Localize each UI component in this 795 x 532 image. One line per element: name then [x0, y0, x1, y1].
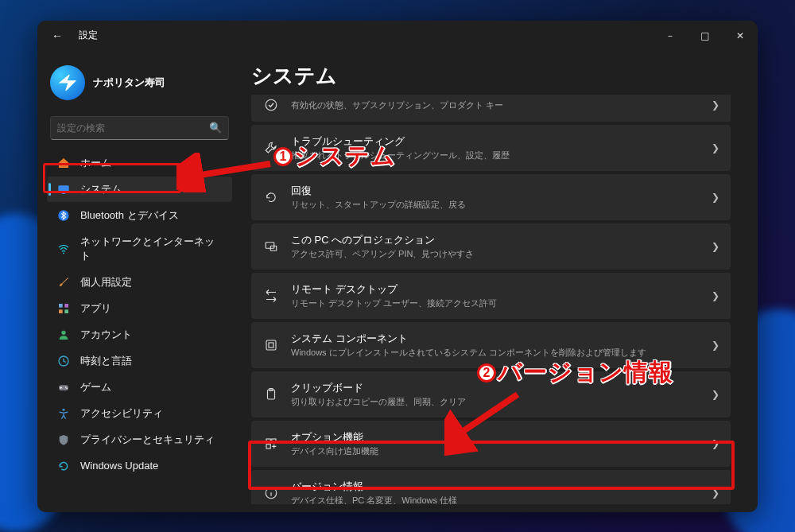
annotation-label-2: バージョン情報	[498, 356, 673, 389]
sidebar-item-privacy[interactable]: プライバシーとセキュリティ	[47, 427, 232, 452]
window-controls: – □ ✕	[653, 23, 758, 49]
svg-point-8	[61, 330, 65, 334]
home-icon	[56, 156, 71, 170]
card-sub: 有効化の状態、サブスクリプション、プロダクト キー	[291, 99, 700, 111]
update-icon	[56, 459, 71, 473]
settings-window: ← 設定 – □ ✕ ナポリタン寿司 🔍 ホーム	[37, 21, 758, 512]
annotation-text-2: 2 バージョン情報	[477, 356, 673, 389]
sidebar-item-accessibility[interactable]: アクセシビリティ	[47, 401, 232, 426]
card-title: 回復	[291, 184, 700, 198]
sidebar-item-personalization[interactable]: 個人用設定	[47, 270, 232, 295]
svg-point-3	[63, 252, 64, 254]
card-about[interactable]: バージョン情報 デバイス仕様、PC 名変更、Windows 仕様 ❯	[251, 470, 731, 504]
chevron-right-icon: ❯	[712, 438, 719, 449]
activation-icon	[262, 98, 280, 112]
chevron-right-icon: ❯	[712, 192, 719, 203]
profile-name: ナポリタン寿司	[93, 76, 165, 90]
chevron-right-icon: ❯	[712, 487, 719, 499]
card-sub: リセット、スタートアップの詳細設定、戻る	[291, 199, 700, 211]
system-icon	[56, 182, 71, 196]
shield-icon	[56, 433, 71, 447]
sidebar-item-network[interactable]: ネットワークとインターネット	[47, 229, 232, 269]
svg-point-13	[62, 408, 64, 410]
svg-rect-5	[64, 304, 68, 308]
annotation-number-1: 1	[273, 147, 293, 166]
svg-rect-21	[266, 439, 270, 443]
projection-icon	[262, 239, 280, 254]
sidebar-item-time[interactable]: 時刻と言語	[47, 348, 232, 374]
sidebar-item-system[interactable]: システム	[47, 177, 232, 202]
svg-rect-17	[266, 340, 276, 350]
card-projection[interactable]: この PC へのプロジェクション アクセス許可、ペアリング PIN、見つけやすさ…	[251, 223, 731, 270]
card-title: バージョン情報	[291, 480, 700, 494]
svg-rect-0	[58, 185, 68, 192]
card-remote[interactable]: リモート デスクトップ リモート デスクトップ ユーザー、接続アクセス許可 ❯	[251, 273, 731, 319]
info-icon	[262, 486, 280, 500]
card-title: オプション機能	[291, 430, 700, 445]
sidebar-item-label: アクセシビリティ	[80, 406, 163, 421]
search-box[interactable]: 🔍	[50, 116, 229, 140]
sidebar-item-label: ゲーム	[80, 380, 111, 394]
page-title: システム	[251, 62, 737, 90]
card-title: この PC へのプロジェクション	[291, 233, 700, 247]
card-activation[interactable]: ライセンス認証 有効化の状態、サブスクリプション、プロダクト キー ❯	[251, 95, 731, 122]
svg-rect-6	[59, 309, 63, 313]
svg-rect-1	[62, 192, 65, 193]
card-optional[interactable]: オプション機能 デバイス向け追加機能 ❯	[251, 421, 731, 467]
sidebar-item-bluetooth[interactable]: Bluetooth とデバイス	[47, 203, 232, 228]
chevron-right-icon: ❯	[712, 340, 719, 351]
maximize-button[interactable]: □	[688, 23, 723, 49]
annotation-number-2: 2	[477, 363, 496, 382]
card-sub: 切り取りおよびコピーの履歴、同期、クリア	[291, 396, 700, 408]
sidebar-item-label: ネットワークとインターネット	[80, 235, 224, 263]
card-recovery[interactable]: 回復 リセット、スタートアップの詳細設定、戻る ❯	[251, 174, 731, 220]
card-sub: デバイス仕様、PC 名変更、Windows 仕様	[291, 495, 700, 504]
svg-rect-18	[269, 343, 273, 348]
sidebar-item-update[interactable]: Windows Update	[47, 453, 232, 479]
account-icon	[56, 328, 71, 342]
chevron-right-icon: ❯	[712, 99, 719, 111]
svg-point-11	[65, 386, 67, 388]
card-title: システム コンポーネント	[291, 332, 700, 346]
card-title: リモート デスクトップ	[291, 282, 700, 297]
bluetooth-icon	[56, 208, 71, 223]
sidebar-item-label: 時刻と言語	[80, 354, 132, 368]
close-button[interactable]: ✕	[723, 23, 758, 49]
clipboard-icon	[262, 387, 280, 402]
annotation-label-1: システム	[294, 140, 396, 173]
search-icon: 🔍	[209, 122, 222, 134]
svg-rect-4	[59, 304, 63, 308]
svg-point-14	[266, 99, 277, 111]
sidebar: ナポリタン寿司 🔍 ホーム システム Bluetooth とデバイス	[37, 51, 240, 512]
content: システム ライセンス認証 有効化の状態、サブスクリプション、プロダクト キー ❯…	[240, 51, 758, 512]
profile[interactable]: ナポリタン寿司	[42, 59, 237, 111]
nav: ホーム システム Bluetooth とデバイス ネットワークとインターネット …	[42, 150, 237, 480]
optional-icon	[262, 437, 280, 451]
chevron-right-icon: ❯	[712, 389, 719, 400]
annotation-text-1: 1 システム	[273, 140, 396, 173]
back-button[interactable]: ←	[45, 26, 69, 45]
minimize-button[interactable]: –	[653, 23, 688, 49]
chevron-right-icon: ❯	[712, 241, 719, 252]
sidebar-item-label: アカウント	[80, 328, 132, 342]
sidebar-item-label: アプリ	[80, 301, 111, 316]
sidebar-item-gaming[interactable]: ゲーム	[47, 375, 232, 400]
remote-icon	[262, 289, 280, 303]
wifi-icon	[56, 242, 71, 256]
sidebar-item-apps[interactable]: アプリ	[47, 296, 232, 321]
svg-rect-15	[266, 242, 274, 248]
card-sub: リモート デスクトップ ユーザー、接続アクセス許可	[291, 297, 700, 309]
sidebar-item-home[interactable]: ホーム	[47, 150, 232, 176]
sidebar-item-accounts[interactable]: アカウント	[47, 322, 232, 348]
search-input[interactable]	[57, 122, 209, 134]
accessibility-icon	[56, 406, 71, 421]
svg-rect-7	[64, 309, 68, 313]
sidebar-item-label: システム	[80, 182, 122, 196]
sidebar-item-label: Windows Update	[80, 460, 158, 472]
brush-icon	[56, 275, 71, 289]
chevron-right-icon: ❯	[712, 290, 719, 301]
card-sub: アクセス許可、ペアリング PIN、見つけやすさ	[291, 248, 700, 260]
recovery-icon	[262, 190, 280, 204]
apps-icon	[56, 301, 71, 316]
components-icon	[262, 338, 280, 352]
